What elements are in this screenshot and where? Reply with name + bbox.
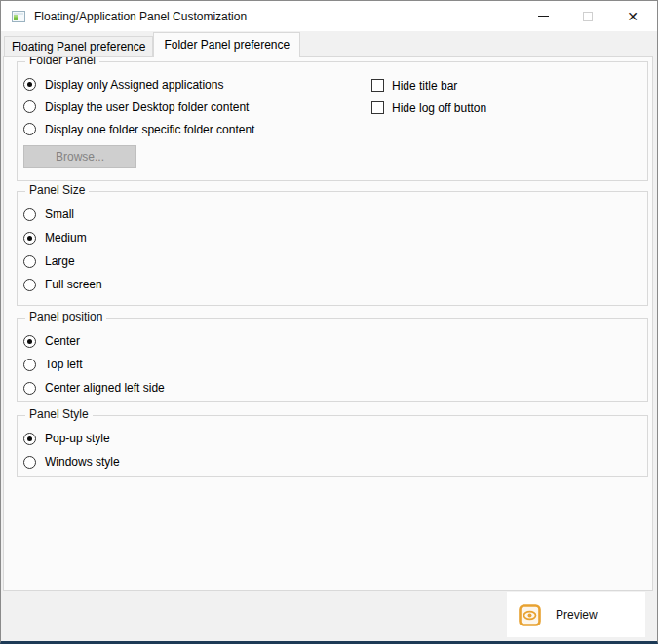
checkbox-hide-title-bar[interactable]: Hide title bar	[371, 74, 486, 96]
radio-size-full-screen[interactable]: Full screen	[23, 273, 647, 296]
window-title: Floating/Application Panel Customization	[34, 10, 247, 23]
group-panel-size: Panel Size Small Medium Large Full scree…	[17, 191, 648, 306]
radio-icon	[23, 78, 36, 91]
title-bar[interactable]: Floating/Application Panel Customization…	[1, 1, 657, 31]
tab-label: Folder Panel preference	[164, 38, 290, 52]
radio-icon	[23, 100, 36, 113]
preview-button[interactable]: Preview	[507, 592, 645, 637]
checkbox-hide-log-off-button[interactable]: Hide log off button	[371, 96, 486, 119]
checkbox-icon	[371, 79, 384, 92]
panel-app-icon	[11, 9, 26, 24]
window-controls: ✕	[521, 1, 655, 31]
group-title: Panel Size	[25, 183, 89, 197]
radio-style-windows[interactable]: Windows style	[23, 450, 647, 474]
minimize-icon	[538, 16, 549, 17]
radio-position-top-left[interactable]: Top left	[23, 353, 647, 376]
radio-size-small[interactable]: Small	[23, 203, 647, 226]
radio-icon	[23, 208, 36, 221]
tab-strip: Floating Panel preference Folder Panel p…	[4, 31, 300, 57]
maximize-icon	[583, 12, 593, 21]
radio-icon	[23, 279, 36, 291]
radio-icon	[23, 255, 36, 268]
preview-eye-icon	[519, 604, 541, 626]
close-icon: ✕	[627, 10, 639, 23]
minimize-button[interactable]	[521, 1, 565, 31]
radio-style-popup[interactable]: Pop-up style	[23, 427, 647, 450]
radio-size-large[interactable]: Large	[23, 249, 647, 273]
maximize-button[interactable]	[565, 1, 610, 31]
tab-folder-panel-preference[interactable]: Folder Panel preference	[153, 32, 300, 57]
radio-icon	[23, 232, 36, 245]
folder-panel-preference-page: Folder Panel Display only Assigned appli…	[3, 56, 653, 591]
radio-display-user-desktop-folder-content[interactable]: Display the user Desktop folder content	[23, 95, 647, 118]
dialog-window: Floating/Application Panel Customization…	[0, 0, 658, 644]
radio-size-medium[interactable]: Medium	[23, 226, 647, 249]
browse-button[interactable]: Browse...	[23, 145, 136, 168]
group-title: Panel Style	[25, 407, 93, 421]
tab-label: Floating Panel preference	[12, 40, 145, 54]
checkbox-icon	[371, 101, 384, 114]
radio-icon	[23, 382, 36, 395]
preview-label: Preview	[556, 608, 598, 622]
radio-display-one-folder-specific-content[interactable]: Display one folder specific folder conte…	[23, 118, 647, 140]
radio-icon	[23, 123, 36, 135]
radio-icon	[23, 335, 36, 348]
group-panel-position: Panel position Center Top left Center al…	[17, 318, 648, 402]
group-folder-panel: Folder Panel Display only Assigned appli…	[17, 61, 648, 181]
radio-position-center[interactable]: Center	[23, 329, 647, 353]
radio-icon	[23, 456, 36, 469]
tab-floating-panel-preference[interactable]: Floating Panel preference	[4, 36, 153, 57]
hide-options-column: Hide title bar Hide log off button	[371, 74, 486, 119]
group-title: Panel position	[25, 310, 106, 323]
radio-icon	[23, 359, 36, 371]
close-button[interactable]: ✕	[610, 1, 655, 31]
radio-display-only-assigned-applications[interactable]: Display only Assigned applications	[23, 73, 647, 95]
radio-position-center-aligned-left-side[interactable]: Center aligned left side	[23, 376, 647, 399]
radio-icon	[23, 433, 36, 445]
group-panel-style: Panel Style Pop-up style Windows style	[17, 415, 648, 477]
